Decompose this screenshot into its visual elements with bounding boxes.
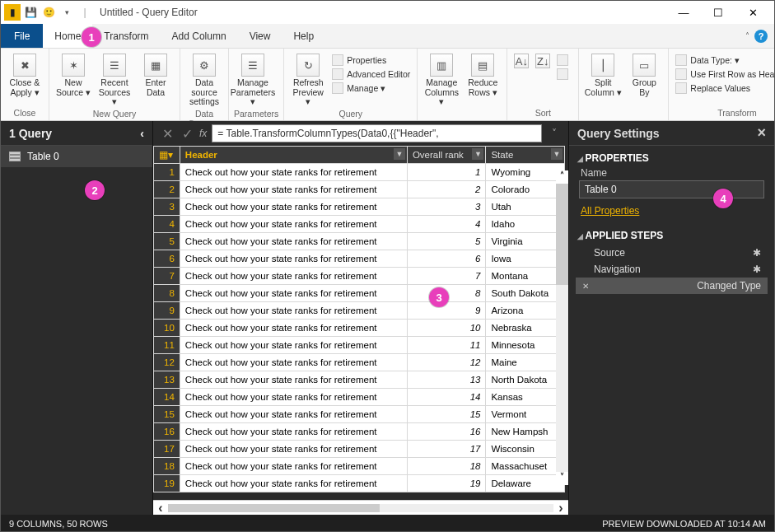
cell[interactable]: North Dakota	[486, 371, 565, 389]
table-row[interactable]: 6Check out how your state ranks for reti…	[154, 250, 565, 268]
cell[interactable]: Check out how your state ranks for retir…	[180, 181, 407, 198]
row-number[interactable]: 16	[154, 423, 180, 441]
table-row[interactable]: 17Check out how your state ranks for ret…	[154, 441, 565, 458]
cell[interactable]: 1	[407, 164, 486, 181]
ribbon-button-1-2[interactable]: ▦Enter Data	[137, 50, 175, 97]
cell[interactable]: Check out how your state ranks for retir…	[180, 216, 407, 233]
ribbon-button-3-0[interactable]: ☰Manage Parameters ▾	[234, 50, 272, 107]
table-row[interactable]: 8Check out how your state ranks for reti…	[154, 285, 565, 302]
save-icon[interactable]: 💾	[22, 4, 39, 21]
row-number[interactable]: 7	[154, 268, 180, 285]
cell[interactable]: Check out how your state ranks for retir…	[180, 250, 407, 268]
cell[interactable]: Arizona	[486, 302, 565, 320]
cell[interactable]: 18	[407, 458, 486, 475]
cell[interactable]: 7	[407, 268, 486, 285]
row-number[interactable]: 1	[154, 164, 180, 181]
formula-accept-icon[interactable]: ✓	[180, 126, 194, 142]
close-settings-icon[interactable]: ×	[757, 124, 766, 142]
table-row[interactable]: 19Check out how your state ranks for ret…	[154, 475, 565, 492]
formula-expand-icon[interactable]: ˅	[547, 128, 562, 139]
table-row[interactable]: 1Check out how your state ranks for reti…	[154, 164, 565, 181]
row-number[interactable]: 17	[154, 441, 180, 458]
cell[interactable]: Check out how your state ranks for retir…	[180, 441, 407, 458]
ribbon-small-4-0[interactable]: Properties	[330, 54, 412, 67]
table-row[interactable]: 2Check out how your state ranks for reti…	[154, 181, 565, 198]
ribbon-button-5-0[interactable]: ▥Manage Columns ▾	[423, 50, 460, 107]
table-row[interactable]: 12Check out how your state ranks for ret…	[154, 354, 565, 371]
ribbon-button-2-0[interactable]: ⚙Data source settings	[185, 50, 223, 107]
row-number[interactable]: 13	[154, 371, 180, 389]
cell[interactable]: Check out how your state ranks for retir…	[180, 164, 407, 181]
cell[interactable]: Check out how your state ranks for retir…	[180, 389, 407, 406]
row-number[interactable]: 8	[154, 285, 180, 302]
table-row[interactable]: 18Check out how your state ranks for ret…	[154, 458, 565, 475]
scroll-left-icon[interactable]: ‹	[153, 501, 168, 516]
row-number[interactable]: 5	[154, 233, 180, 250]
row-number[interactable]: 12	[154, 354, 180, 371]
cell[interactable]: Check out how your state ranks for retir…	[180, 198, 407, 216]
cell[interactable]: 3	[407, 198, 486, 216]
tab-add-column[interactable]: Add Column	[161, 24, 238, 48]
ribbon-button-1-0[interactable]: ✶New Source ▾	[54, 50, 92, 97]
cell[interactable]: Massachuset	[486, 458, 565, 475]
row-number[interactable]: 15	[154, 406, 180, 423]
table-row[interactable]: 3Check out how your state ranks for reti…	[154, 198, 565, 216]
table-row[interactable]: 16Check out how your state ranks for ret…	[154, 423, 565, 441]
cell[interactable]: Wyoming	[486, 164, 565, 181]
collapse-queries-icon[interactable]: ‹	[140, 127, 144, 140]
cell[interactable]: 15	[407, 406, 486, 423]
table-row[interactable]: 10Check out how your state ranks for ret…	[154, 320, 565, 337]
row-number[interactable]: 3	[154, 198, 180, 216]
column-header-state[interactable]: State▼	[486, 147, 565, 164]
table-row[interactable]: 9Check out how your state ranks for reti…	[154, 302, 565, 320]
cell[interactable]: 16	[407, 423, 486, 441]
sort-desc-button[interactable]: Z↓	[534, 50, 552, 68]
formula-cancel-icon[interactable]: ✕	[160, 126, 175, 142]
data-grid[interactable]: ▦▾Header▼Overall rank▼State▼ 1Check out …	[153, 146, 565, 492]
scroll-down-icon[interactable]: ˅	[556, 472, 568, 485]
cell[interactable]: Check out how your state ranks for retir…	[180, 423, 407, 441]
ribbon-small-8-2[interactable]: Replace Values	[674, 82, 775, 95]
qat-dropdown-icon[interactable]: ▾	[58, 4, 75, 21]
cell[interactable]: 12	[407, 354, 486, 371]
row-number[interactable]: 18	[154, 458, 180, 475]
table-row[interactable]: 4Check out how your state ranks for reti…	[154, 216, 565, 233]
smiley-icon[interactable]: 🙂	[40, 4, 57, 21]
ribbon-button-5-1[interactable]: ▤Reduce Rows ▾	[464, 50, 502, 97]
cell[interactable]: Check out how your state ranks for retir…	[180, 268, 407, 285]
cell[interactable]: 13	[407, 371, 486, 389]
gear-icon[interactable]: ✱	[753, 247, 761, 259]
cell[interactable]: 14	[407, 389, 486, 406]
cell[interactable]: South Dakota	[486, 285, 565, 302]
ribbon-small-8-1[interactable]: Use First Row as Headers ▾	[674, 68, 775, 81]
cell[interactable]: Check out how your state ranks for retir…	[180, 406, 407, 423]
tab-help[interactable]: Help	[282, 24, 325, 48]
applied-step-navigation[interactable]: Navigation✱	[576, 261, 768, 278]
tab-view[interactable]: View	[238, 24, 282, 48]
cell[interactable]: Check out how your state ranks for retir…	[180, 337, 407, 354]
column-header-overall-rank[interactable]: Overall rank▼	[407, 147, 486, 164]
cell[interactable]: Maine	[486, 354, 565, 371]
cell[interactable]: 19	[407, 475, 486, 492]
ribbon-small-6-0[interactable]	[555, 54, 573, 67]
cell[interactable]: Check out how your state ranks for retir…	[180, 302, 407, 320]
row-number[interactable]: 2	[154, 181, 180, 198]
cell[interactable]: Check out how your state ranks for retir…	[180, 371, 407, 389]
cell[interactable]: Vermont	[486, 406, 565, 423]
cell[interactable]: Utah	[486, 198, 565, 216]
cell[interactable]: Check out how your state ranks for retir…	[180, 320, 407, 337]
cell[interactable]: New Hampsh	[486, 423, 565, 441]
row-number[interactable]: 11	[154, 337, 180, 354]
file-tab[interactable]: File	[1, 24, 43, 48]
row-header-corner[interactable]: ▦▾	[154, 147, 180, 164]
cell[interactable]: 5	[407, 233, 486, 250]
cell[interactable]: Montana	[486, 268, 565, 285]
row-number[interactable]: 14	[154, 389, 180, 406]
row-number[interactable]: 10	[154, 320, 180, 337]
cell[interactable]: Check out how your state ranks for retir…	[180, 285, 407, 302]
ribbon-small-4-2[interactable]: Manage ▾	[330, 82, 412, 95]
table-row[interactable]: 15Check out how your state ranks for ret…	[154, 406, 565, 423]
ribbon-button-4-0[interactable]: ↻Refresh Preview ▾	[289, 50, 327, 107]
cell[interactable]: Virginia	[486, 233, 565, 250]
cell[interactable]: Iowa	[486, 250, 565, 268]
